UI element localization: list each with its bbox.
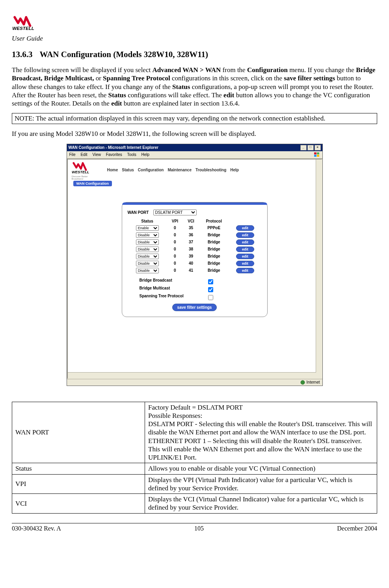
menu-view[interactable]: View <box>92 152 101 157</box>
maximize-button[interactable]: □ <box>307 145 314 150</box>
close-button[interactable]: × <box>315 145 321 150</box>
svg-text:WESTELL: WESTELL <box>12 26 34 31</box>
edit-button[interactable]: edit <box>236 239 254 245</box>
status-select[interactable]: Disable <box>136 254 159 259</box>
nav-configuration[interactable]: Configuration <box>138 168 164 172</box>
menu-favorites[interactable]: Favorites <box>106 152 122 157</box>
vertical-scrollbar[interactable] <box>316 160 322 378</box>
bridge-broadcast-checkbox[interactable] <box>208 279 213 284</box>
param-desc: Displays the VPI (Virtual Path Indicator… <box>145 474 377 494</box>
param-name: Status <box>12 463 145 474</box>
edit-button[interactable]: edit <box>236 268 254 273</box>
edit-button[interactable]: edit <box>236 247 254 252</box>
ie-statusbar: Internet <box>67 379 322 386</box>
filter-options: Bridge Broadcast Bridge Multicast Spanni… <box>140 278 262 301</box>
param-desc: Allows you to enable or disable your VC … <box>145 463 377 474</box>
nav-home[interactable]: Home <box>107 168 118 172</box>
status-select[interactable]: Disable <box>136 239 159 245</box>
section-heading: 13.6.3WAN Configuration (Models 328W10, … <box>12 50 377 59</box>
westell-logo-icon: WESTELL <box>12 16 47 32</box>
breadcrumb-tab[interactable]: WAN Configuration <box>73 181 112 186</box>
nav-status[interactable]: Status <box>122 168 134 172</box>
ie-window: WAN Configuration - Microsoft Internet E… <box>67 144 323 386</box>
spanning-tree-checkbox[interactable] <box>208 295 213 300</box>
status-select[interactable]: Enable <box>136 225 159 231</box>
footer-date: December 2004 <box>337 525 377 532</box>
edit-button[interactable]: edit <box>236 254 254 259</box>
param-desc: Displays the VCI (Virtual Channel Indica… <box>145 494 377 514</box>
app-logo: WESTELL Discover Better Broadband <box>72 162 99 180</box>
bridge-multicast-label: Bridge Multicast <box>140 286 170 293</box>
wan-port-select[interactable]: DSLATM PORT <box>153 210 197 215</box>
app-tagline: Discover Better Broadband <box>72 175 99 180</box>
windows-flag-icon <box>314 152 320 158</box>
param-name: VCI <box>12 494 145 514</box>
ie-menubar: File Edit View Favorites Tools Help <box>67 151 322 159</box>
bridge-broadcast-label: Bridge Broadcast <box>140 278 172 286</box>
horizontal-scrollbar[interactable] <box>68 372 316 378</box>
edit-button[interactable]: edit <box>236 261 254 266</box>
footer-doc-number: 030-300432 Rev. A <box>12 525 61 532</box>
edit-button[interactable]: edit <box>236 232 254 238</box>
table-row: Disable039Bridgeedit <box>128 253 262 260</box>
table-row: Disable038Bridgeedit <box>128 246 262 253</box>
vc-table: Status VPI VCI Protocol Enable035PPPoEed… <box>128 218 262 274</box>
svg-rect-3 <box>314 155 316 157</box>
table-row: VCI Displays the VCI (Virtual Channel In… <box>12 494 377 514</box>
table-row: Disable040Bridgeedit <box>128 260 262 267</box>
ie-title: WAN Configuration - Microsoft Internet E… <box>69 145 158 150</box>
svg-point-6 <box>301 380 305 384</box>
note-box: NOTE: The actual information displayed i… <box>12 113 377 124</box>
app-nav: Home Status Configuration Maintenance Tr… <box>107 168 239 174</box>
westell-app-logo-icon: WESTELL <box>72 162 99 174</box>
spanning-tree-label: Spanning Tree Protocol <box>140 294 184 301</box>
table-row: Disable037Bridgeedit <box>128 239 262 246</box>
table-row: Status Allows you to enable or disable y… <box>12 463 377 474</box>
intro-paragraph: The following screen will be displayed i… <box>12 66 377 108</box>
col-status: Status <box>128 218 167 224</box>
param-desc: Factory Default = DSLATM PORT Possible R… <box>145 402 377 463</box>
app-header: WESTELL Discover Better Broadband Home S… <box>68 160 322 180</box>
menu-edit[interactable]: Edit <box>80 152 87 157</box>
status-select[interactable]: Disable <box>136 247 159 252</box>
footer-page-number: 105 <box>194 525 204 532</box>
col-vpi: VPI <box>167 218 183 224</box>
table-row: Enable035PPPoEedit <box>128 224 262 232</box>
config-panel: WAN PORT DSLATM PORT Status VPI VCI Prot… <box>122 202 268 317</box>
minimize-button[interactable]: _ <box>300 145 307 150</box>
svg-rect-2 <box>317 152 319 154</box>
table-row: VPI Displays the VPI (Virtual Path Indic… <box>12 474 377 494</box>
nav-help[interactable]: Help <box>230 168 239 172</box>
nav-troubleshooting[interactable]: Troubleshooting <box>195 168 226 172</box>
save-filter-settings-button[interactable]: save filter settings <box>172 304 217 311</box>
table-row: Disable041Bridgeedit <box>128 267 262 274</box>
model-paragraph: If you are using Model 328W10 or Model 3… <box>12 130 377 138</box>
svg-rect-4 <box>317 155 319 157</box>
ie-status-text: Internet <box>307 380 320 384</box>
param-name: WAN PORT <box>12 402 145 463</box>
wan-port-row: WAN PORT DSLATM PORT <box>128 210 262 215</box>
status-select[interactable]: Disable <box>136 268 159 273</box>
status-select[interactable]: Disable <box>136 232 159 238</box>
table-row: Disable036Bridgeedit <box>128 232 262 239</box>
status-select[interactable]: Disable <box>136 261 159 266</box>
nav-maintenance[interactable]: Maintenance <box>168 168 192 172</box>
section-title: WAN Configuration (Models 328W10, 328W11… <box>40 50 208 59</box>
user-guide-label: User Guide <box>12 35 377 43</box>
ie-titlebar: WAN Configuration - Microsoft Internet E… <box>67 144 322 151</box>
page-footer: 030-300432 Rev. A 105 December 2004 <box>12 523 377 532</box>
screenshot-container: WAN Configuration - Microsoft Internet E… <box>67 144 323 386</box>
col-protocol: Protocol <box>199 218 229 224</box>
table-row: WAN PORT Factory Default = DSLATM PORT P… <box>12 402 377 463</box>
menu-file[interactable]: File <box>69 152 76 157</box>
svg-rect-1 <box>314 152 316 154</box>
bridge-multicast-checkbox[interactable] <box>208 287 213 292</box>
param-name: VPI <box>12 474 145 494</box>
menu-tools[interactable]: Tools <box>127 152 136 157</box>
description-table: WAN PORT Factory Default = DSLATM PORT P… <box>12 402 377 514</box>
edit-button[interactable]: edit <box>236 225 254 231</box>
svg-text:WESTELL: WESTELL <box>72 170 89 174</box>
ie-content-area: WESTELL Discover Better Broadband Home S… <box>67 159 322 379</box>
vc-table-header: Status VPI VCI Protocol <box>128 218 262 224</box>
menu-help[interactable]: Help <box>141 152 150 157</box>
